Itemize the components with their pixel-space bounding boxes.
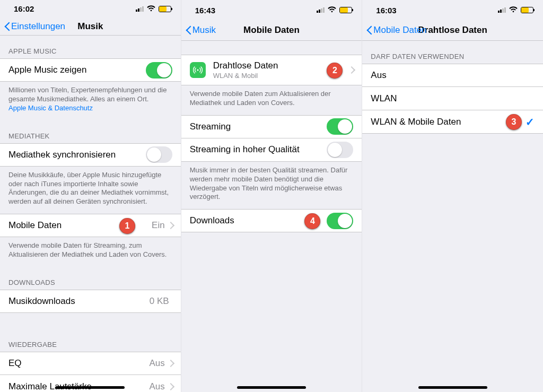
toggle-show-apple-music[interactable]	[146, 62, 172, 79]
home-indicator	[418, 386, 487, 389]
page-title: Drahtlose Daten	[418, 25, 487, 36]
signal-icon	[136, 6, 144, 12]
row-downloads[interactable]: Downloads 4	[181, 209, 362, 232]
section-header-mediathek: MEDIATHEK	[0, 120, 181, 143]
value-max-volume: Aus	[149, 381, 164, 392]
page-title: Musik	[77, 21, 103, 32]
status-bar: 16:43	[181, 0, 362, 20]
nav-header: Mobile Daten Drahtlose Daten	[362, 20, 543, 40]
signal-icon	[317, 7, 325, 13]
signal-icon	[498, 7, 506, 13]
svg-point-0	[197, 69, 198, 71]
footer-wireless-data: Verwende mobile Daten zum Aktualisieren …	[181, 85, 362, 115]
toggle-streaming-hq[interactable]	[327, 142, 353, 158]
row-option-off[interactable]: Aus	[362, 64, 543, 87]
back-label: Mobile Daten	[373, 25, 426, 36]
home-indicator	[56, 386, 125, 389]
back-label: Musik	[192, 25, 216, 36]
toggle-downloads[interactable]	[327, 213, 353, 229]
home-indicator	[237, 386, 306, 389]
chevron-right-icon	[168, 360, 172, 367]
status-time: 16:02	[14, 4, 34, 13]
chevron-left-icon	[186, 25, 191, 35]
row-mobile-data[interactable]: Mobile Daten Ein 1	[0, 214, 181, 237]
status-bar: 16:03	[362, 0, 543, 20]
status-time: 16:03	[376, 6, 396, 15]
section-header-playback: WIEDERGABE	[0, 329, 181, 352]
wifi-icon	[509, 6, 518, 14]
section-header-permitted-data: DARF DATEN VERWENDEN	[362, 41, 543, 64]
value-eq: Aus	[149, 358, 164, 369]
row-streaming-hq[interactable]: Streaming in hoher Qualität	[181, 138, 362, 162]
footer-streaming: Musik immer in der besten Qualität strea…	[181, 162, 362, 210]
chevron-right-icon	[168, 383, 172, 390]
section-header-downloads: DOWNLOADS	[0, 267, 181, 290]
status-bar: 16:02	[0, 0, 181, 18]
phone-music-settings: 16:02 Einstellungen Musik APPLE MUSIC Ap…	[0, 0, 181, 392]
footer-apple-music: Millionen von Titeln, Expertenempfehlung…	[0, 82, 181, 120]
battery-icon	[521, 7, 533, 13]
battery-icon	[339, 7, 352, 13]
footer-sync-library: Deine Musikkäufe, über Apple Music hinzu…	[0, 167, 181, 214]
annotation-badge-3: 3	[506, 114, 522, 130]
value-music-downloads: 0 KB	[150, 296, 169, 307]
annotation-badge-2: 2	[327, 63, 343, 79]
row-music-downloads[interactable]: Musikdownloads 0 KB	[0, 290, 181, 313]
row-max-volume[interactable]: Maximale Lautstärke Aus	[0, 375, 181, 392]
wifi-icon	[328, 6, 336, 14]
page-title: Mobile Daten	[243, 25, 300, 36]
status-time: 16:43	[195, 6, 215, 15]
wifi-icon	[147, 5, 155, 13]
row-option-wlan-cell[interactable]: WLAN & Mobile Daten ✓ 3	[362, 110, 543, 134]
row-eq[interactable]: EQ Aus	[0, 352, 181, 375]
back-button[interactable]: Mobile Daten	[366, 20, 426, 40]
phone-wireless-data-settings: 16:03 Mobile Daten Drahtlose Daten DARF …	[362, 0, 543, 392]
annotation-badge-1: 1	[119, 218, 135, 234]
row-option-wlan[interactable]: WLAN	[362, 87, 543, 110]
value-mobile-data: Ein	[152, 220, 165, 231]
toggle-sync-library[interactable]	[146, 146, 172, 163]
checkmark-icon: ✓	[526, 116, 535, 128]
phone-mobile-data-settings: 16:43 Musik Mobile Daten	[181, 0, 362, 392]
footer-mobile-data: Verwende mobile Daten für Streaming, zum…	[0, 237, 181, 267]
antenna-icon	[190, 62, 206, 78]
row-streaming[interactable]: Streaming	[181, 115, 362, 138]
subtitle-wireless-data: WLAN & Mobil	[213, 72, 278, 80]
toggle-streaming[interactable]	[327, 118, 353, 135]
row-show-apple-music[interactable]: Apple Music zeigen	[0, 58, 181, 82]
link-apple-music-privacy[interactable]: Apple Music & Datenschutz	[8, 104, 93, 112]
back-button[interactable]: Musik	[186, 20, 216, 40]
chevron-left-icon	[4, 22, 10, 31]
chevron-right-icon	[168, 222, 172, 229]
row-wireless-data[interactable]: Drahtlose Daten WLAN & Mobil 2	[181, 55, 362, 85]
annotation-badge-4: 4	[304, 213, 320, 229]
battery-icon	[159, 6, 171, 12]
chevron-left-icon	[366, 25, 372, 35]
chevron-right-icon	[349, 66, 353, 74]
back-label: Einstellungen	[11, 21, 65, 32]
section-header-apple-music: APPLE MUSIC	[0, 36, 181, 58]
row-sync-library[interactable]: Mediathek synchronisieren	[0, 143, 181, 167]
back-button[interactable]: Einstellungen	[4, 18, 65, 35]
nav-header: Musik Mobile Daten	[181, 20, 362, 40]
nav-header: Einstellungen Musik	[0, 18, 181, 35]
